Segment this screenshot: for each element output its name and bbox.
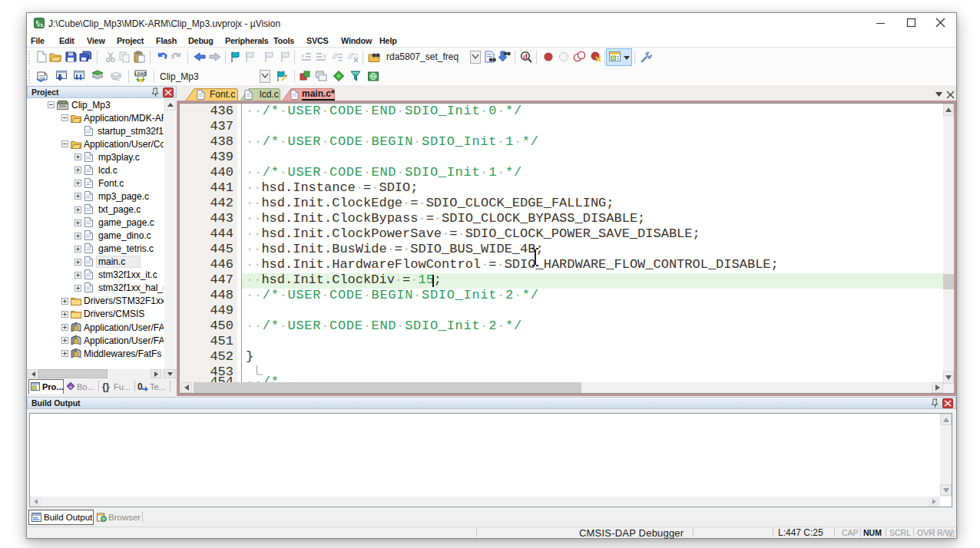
svg-text:d: d [523,52,528,61]
svg-text:Vs: Vs [37,22,44,28]
svg-text:LOAD: LOAD [134,71,147,76]
svg-text://: // [347,51,353,61]
svg-text://: // [332,51,338,61]
